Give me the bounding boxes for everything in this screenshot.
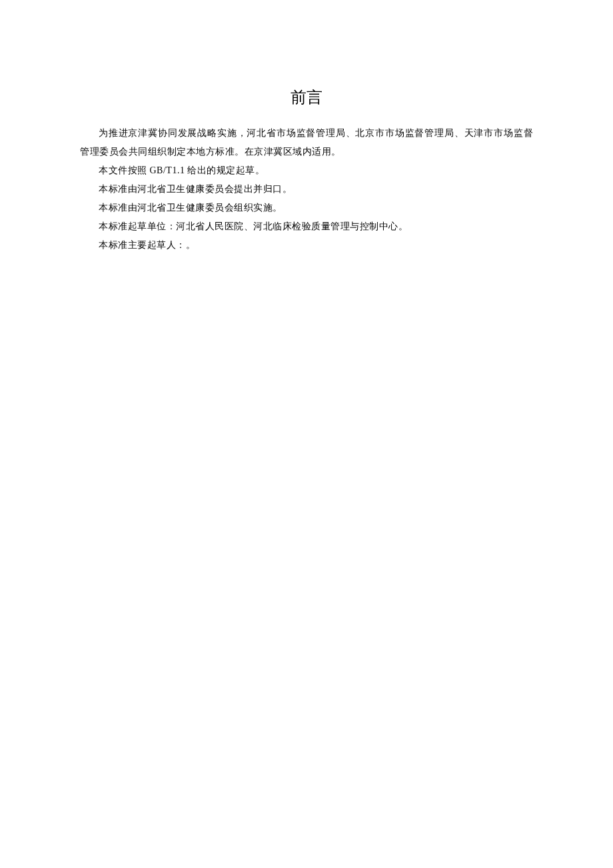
paragraph-3: 本标准由河北省卫生健康委员会提出并归口。	[80, 180, 533, 199]
document-title: 前言	[80, 87, 533, 108]
paragraph-4: 本标准由河北省卫生健康委员会组织实施。	[80, 199, 533, 217]
paragraph-2: 本文件按照 GB/T1.1 给出的规定起草。	[80, 161, 533, 180]
paragraph-6: 本标准主要起草人：。	[80, 236, 533, 255]
paragraph-5: 本标准起草单位：河北省人民医院、河北临床检验质量管理与控制中心。	[80, 217, 533, 236]
paragraph-1: 为推进京津冀协同发展战略实施，河北省市场监督管理局、北京市市场监督管理局、天津市…	[80, 124, 533, 161]
